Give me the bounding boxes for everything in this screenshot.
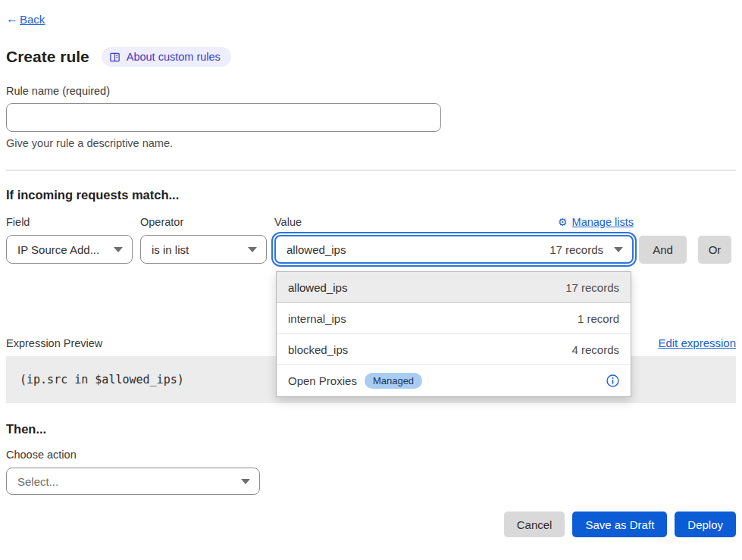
dropdown-item-open-proxies[interactable]: Open Proxies Managed [277,365,631,396]
rule-name-help-text: Give your rule a descriptive name. [6,137,736,149]
field-label: Field [6,216,133,228]
rule-name-label: Rule name (required) [6,85,736,97]
create-rule-page: ←Back Create rule About custom rules Rul… [0,0,742,560]
title-row: Create rule About custom rules [6,47,736,67]
value-select[interactable]: allowed_ips 17 records [274,235,634,264]
page-title: Create rule [6,48,89,66]
dropdown-item-internal-ips[interactable]: internal_ips 1 record [277,303,631,334]
list-item-name: blocked_ips [288,343,348,356]
operator-column: Operator is in list [140,216,267,264]
gear-icon: ⚙ [558,216,568,228]
list-item-left: Open Proxies Managed [288,373,422,389]
value-column: Value ⚙ Manage lists allowed_ips 17 reco… [274,216,634,264]
list-item-name: allowed_ips [288,281,347,294]
value-select-value: allowed_ips [286,243,549,256]
book-icon [109,52,121,63]
back-link[interactable]: ←Back [6,12,45,26]
list-item-records: 1 record [578,312,619,325]
about-badge-label: About custom rules [127,51,221,63]
section-divider [6,170,736,171]
back-link-label: Back [20,13,45,26]
and-button[interactable]: And [639,236,687,264]
dropdown-item-allowed-ips[interactable]: allowed_ips 17 records [277,272,631,303]
list-item-name: internal_ips [288,312,346,325]
managed-badge: Managed [365,373,422,389]
match-row: Field IP Source Add... Operator is in li… [6,216,736,264]
expression-code: (ip.src in $allowed_ips) [20,373,184,386]
field-select-value: IP Source Add... [17,243,99,256]
footer-buttons: Cancel Save as Draft Deploy [6,512,736,537]
operator-label: Operator [140,216,267,228]
chevron-down-icon [248,247,257,252]
info-icon[interactable] [606,374,619,387]
edit-expression-link[interactable]: Edit expression [658,336,736,349]
action-select-placeholder: Select... [17,475,58,488]
value-label: Value [274,216,302,228]
action-select[interactable]: Select... [6,468,260,495]
value-dropdown-panel: allowed_ips 17 records internal_ips 1 re… [276,271,631,397]
list-item-records: 4 records [571,343,619,356]
field-column: Field IP Source Add... [6,216,133,264]
cancel-button[interactable]: Cancel [504,512,565,537]
save-as-draft-button[interactable]: Save as Draft [572,512,667,537]
list-item-name: Open Proxies [288,374,357,387]
dropdown-item-blocked-ips[interactable]: blocked_ips 4 records [277,334,631,365]
field-select[interactable]: IP Source Add... [6,235,133,264]
or-button[interactable]: Or [698,236,731,264]
chevron-down-icon [241,479,250,484]
deploy-button[interactable]: Deploy [675,512,736,537]
chevron-down-icon [114,247,123,252]
choose-action-label: Choose action [6,449,736,461]
expression-preview-label: Expression Preview [6,337,102,349]
manage-lists-label: Manage lists [572,216,634,228]
chevron-down-icon [614,247,623,252]
operator-select[interactable]: is in list [140,235,267,264]
about-custom-rules-link[interactable]: About custom rules [102,47,231,67]
value-header: Value ⚙ Manage lists [274,216,634,228]
list-item-records: 17 records [565,281,619,294]
then-heading: Then... [6,422,736,436]
back-arrow-icon: ← [6,12,18,26]
rule-name-input[interactable] [6,103,441,132]
operator-select-value: is in list [152,243,189,256]
manage-lists-link[interactable]: ⚙ Manage lists [558,216,634,228]
match-heading: If incoming requests match... [6,188,736,202]
value-select-records: 17 records [549,243,603,256]
